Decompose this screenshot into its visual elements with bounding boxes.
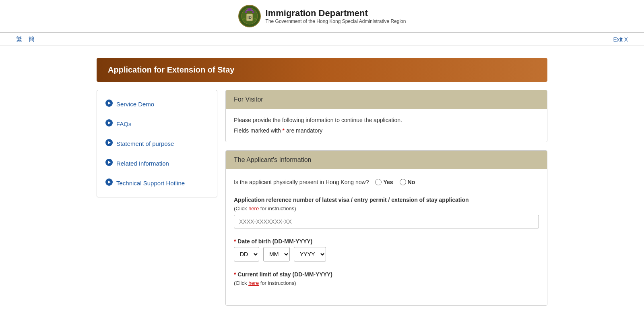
department-subtitle: The Government of the Hong Kong Special …: [266, 19, 406, 24]
ref-number-label: Application reference number of latest v…: [234, 197, 539, 203]
ref-click-pre: (Click: [234, 205, 247, 212]
ref-number-input[interactable]: [234, 215, 539, 228]
hk-question-text: Is the applicant physically present in H…: [234, 179, 369, 185]
mandatory-star: *: [283, 127, 285, 134]
for-visitor-title: For Visitor: [234, 96, 263, 103]
dob-mm-select[interactable]: MM: [263, 247, 290, 261]
sidebar-item-service-demo[interactable]: Service Demo: [97, 94, 217, 114]
sidebar-item-statement[interactable]: Statement of purpose: [97, 134, 217, 154]
sidebar-item-related-info[interactable]: Related Information: [97, 154, 217, 173]
current-stay-label-text: Current limit of stay (DD-MM-YYYY): [237, 271, 332, 278]
current-stay-star: *: [234, 271, 236, 278]
sidebar-label-tech: Technical Support Hotline: [116, 180, 185, 187]
applicant-info-header: The Applicant's Information: [226, 151, 547, 169]
current-stay-here-link[interactable]: here: [248, 280, 259, 286]
dob-label: * Date of birth (DD-MM-YYYY): [234, 238, 539, 245]
hk-no-option[interactable]: No: [400, 179, 415, 185]
dob-date-selects: DD MM YYYY: [234, 247, 539, 261]
svg-text:ID: ID: [248, 15, 252, 20]
dob-field-group: * Date of birth (DD-MM-YYYY) DD MM YY: [234, 238, 539, 261]
department-name: Immigration Department: [266, 8, 406, 19]
applicant-info-title: The Applicant's Information: [234, 156, 312, 163]
page-banner: Application for Extension of Stay: [97, 58, 547, 82]
arrow-circle-icon-5: [105, 178, 113, 188]
for-visitor-card: For Visitor Please provide the following…: [225, 90, 547, 142]
mandatory-text-pre: Fields marked with: [234, 127, 281, 134]
sidebar-label-service-demo: Service Demo: [116, 101, 154, 108]
for-visitor-header: For Visitor: [226, 90, 547, 109]
applicant-info-body: Is the applicant physically present in H…: [226, 169, 547, 305]
hk-yes-radio[interactable]: [375, 179, 382, 185]
lang-traditional-chinese[interactable]: 繁: [16, 35, 22, 43]
current-stay-label: * Current limit of stay (DD-MM-YYYY): [234, 271, 539, 278]
hk-yes-option[interactable]: Yes: [375, 179, 393, 185]
hk-no-radio[interactable]: [400, 179, 406, 185]
sidebar-item-tech-support[interactable]: Technical Support Hotline: [97, 173, 217, 193]
applicant-info-card: The Applicant's Information Is the appli…: [225, 150, 547, 306]
visitor-instruction: Please provide the following information…: [234, 117, 539, 123]
language-bar: 繁 簡 Exit X: [0, 33, 644, 46]
mandatory-text-post: are mandatory: [286, 127, 322, 134]
arrow-circle-icon-2: [105, 119, 113, 129]
sidebar-item-faqs[interactable]: FAQs: [97, 114, 217, 134]
svg-point-5: [245, 11, 247, 13]
mandatory-note: Fields marked with * are mandatory: [234, 127, 539, 134]
svg-point-4: [251, 10, 253, 11]
current-stay-field-group: * Current limit of stay (DD-MM-YYYY) (Cl…: [234, 271, 539, 286]
svg-point-3: [246, 10, 248, 11]
content-grid: Service Demo FAQs Statement of purpose R…: [97, 90, 547, 306]
dob-required-star: *: [234, 238, 236, 245]
banner-title: Application for Extension of Stay: [108, 65, 234, 74]
page-wrapper: Application for Extension of Stay Servic…: [80, 46, 564, 318]
ref-click-post: for instructions): [260, 205, 296, 212]
page-header: ID Immigration Department The Government…: [0, 0, 644, 33]
main-content: For Visitor Please provide the following…: [225, 90, 547, 306]
exit-link[interactable]: Exit X: [613, 36, 628, 43]
ref-number-note: (Click here for instructions): [234, 205, 539, 212]
department-emblem: ID: [238, 5, 261, 27]
hk-yes-label: Yes: [383, 179, 393, 185]
dob-yyyy-select[interactable]: YYYY: [294, 247, 326, 261]
dob-label-text: Date of birth (DD-MM-YYYY): [237, 238, 312, 245]
dob-dd-select[interactable]: DD: [234, 247, 259, 261]
sidebar-label-related: Related Information: [116, 160, 169, 167]
arrow-circle-icon-4: [105, 158, 113, 168]
arrow-circle-icon: [105, 99, 113, 109]
hk-radio-group: Yes No: [375, 179, 415, 185]
for-visitor-body: Please provide the following information…: [226, 109, 547, 142]
sidebar: Service Demo FAQs Statement of purpose R…: [97, 90, 217, 197]
logo-container: ID Immigration Department The Government…: [238, 5, 406, 27]
hk-no-label: No: [408, 179, 415, 185]
arrow-circle-icon-3: [105, 139, 113, 149]
sidebar-label-statement: Statement of purpose: [116, 140, 174, 147]
header-text-block: Immigration Department The Government of…: [266, 8, 406, 24]
current-stay-click-post: for instructions): [260, 280, 296, 286]
lang-simplified-chinese[interactable]: 簡: [29, 35, 35, 43]
current-stay-click-pre: (Click: [234, 280, 247, 286]
sidebar-label-faqs: FAQs: [116, 120, 132, 127]
ref-here-link[interactable]: here: [248, 205, 259, 212]
svg-point-6: [252, 11, 254, 13]
hk-presence-question: Is the applicant physically present in H…: [234, 179, 539, 185]
ref-number-field-group: Application reference number of latest v…: [234, 197, 539, 228]
current-stay-note: (Click here for instructions): [234, 280, 539, 286]
